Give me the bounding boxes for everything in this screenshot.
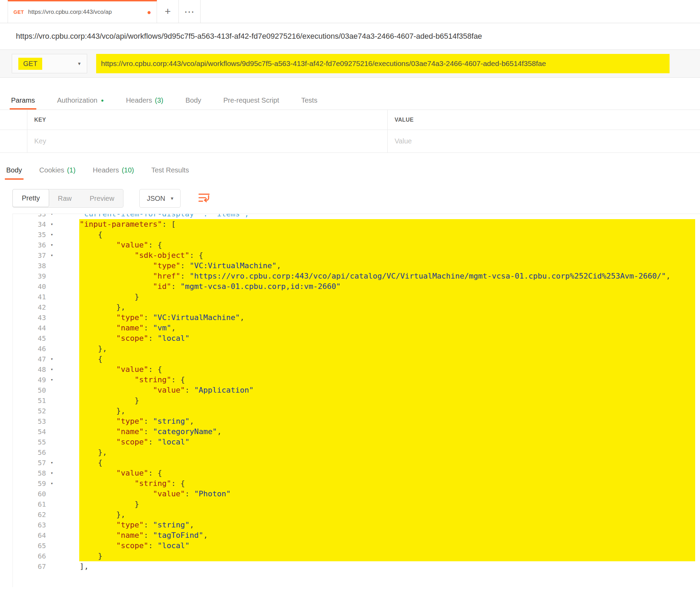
tab-method-badge: GET	[13, 9, 24, 15]
line-number: 36	[13, 240, 46, 250]
fold-spacer	[46, 292, 58, 302]
ellipsis-icon: ⋯	[184, 6, 195, 18]
line-content: "name": "vm",	[58, 323, 176, 333]
fold-spacer	[46, 323, 58, 333]
wrap-lines-icon	[198, 192, 210, 205]
line-content: "string": {	[58, 478, 185, 489]
line-number: 35	[13, 229, 46, 240]
fold-spacer	[46, 406, 58, 416]
line-number: 54	[13, 426, 46, 437]
fold-caret-icon[interactable]: ▾	[46, 214, 58, 219]
tab-options-button[interactable]: ⋯	[179, 0, 201, 23]
fold-caret-icon[interactable]: ▾	[46, 229, 58, 240]
code-line-41: 41 }	[13, 292, 700, 302]
code-line-56: 56 },	[13, 447, 700, 458]
response-body-code-viewer[interactable]: 33▾ "current-item-for-display" : "items"…	[12, 214, 700, 587]
fold-caret-icon[interactable]: ▾	[46, 354, 58, 364]
line-number: 37	[13, 250, 46, 261]
wrap-lines-button[interactable]	[198, 192, 210, 205]
line-content: "value": {	[58, 364, 162, 375]
fold-caret-icon[interactable]: ▾	[46, 219, 58, 229]
line-content: {	[58, 229, 102, 240]
fold-spacer	[46, 271, 58, 281]
code-line-59: 59▾ "string": {	[13, 478, 700, 489]
line-content: },	[58, 447, 107, 458]
line-content: {	[58, 458, 102, 468]
code-line-50: 50 "value": "Application"	[13, 385, 700, 395]
request-tab-headers[interactable]: Headers(3)	[125, 91, 165, 110]
code-line-51: 51 }	[13, 395, 700, 406]
fold-spacer	[46, 385, 58, 395]
auth-configured-dot-icon: ●	[101, 97, 104, 103]
line-number: 38	[13, 261, 46, 271]
code-line-46: 46 },	[13, 344, 700, 354]
fold-caret-icon[interactable]: ▾	[46, 458, 58, 468]
tab-label: Test Results	[151, 166, 189, 174]
response-tab-test-results[interactable]: Test Results	[150, 160, 191, 180]
fold-caret-icon[interactable]: ▾	[46, 364, 58, 375]
request-tab[interactable]: GET https://vro.cpbu.corp:443/vco/ap ●	[8, 0, 157, 23]
line-content: "id": "mgmt-vcsa-01.cpbu.corp,id:vm-2660…	[58, 281, 341, 292]
request-tab-params[interactable]: Params	[10, 91, 36, 110]
response-tab-headers[interactable]: Headers(10)	[91, 160, 135, 180]
line-number: 33	[13, 214, 46, 219]
response-view-pretty[interactable]: Pretty	[12, 189, 49, 207]
value-column-header: VALUE	[395, 117, 414, 123]
response-view-raw[interactable]: Raw	[49, 189, 81, 207]
fold-caret-icon[interactable]: ▾	[46, 468, 58, 478]
line-number: 46	[13, 344, 46, 354]
line-number: 50	[13, 385, 46, 395]
fold-spacer	[46, 520, 58, 530]
line-number: 64	[13, 530, 46, 541]
url-input[interactable]: https://vro.cpbu.corp:443/vco/api/workfl…	[96, 54, 670, 73]
request-tab-authorization[interactable]: Authorization●	[56, 91, 105, 110]
response-tab-body[interactable]: Body	[5, 160, 24, 180]
code-line-57: 57▾ {	[13, 458, 700, 468]
params-row-checkbox-cell[interactable]	[0, 130, 27, 152]
params-key-header-cell: KEY	[27, 110, 388, 130]
line-content: "sdk-object": {	[58, 250, 203, 261]
params-table: KEY VALUE Key Value	[0, 110, 700, 153]
code-line-53: 53 "type": "string",	[13, 416, 700, 426]
params-header-row: KEY VALUE	[0, 110, 700, 130]
tab-label: Pre-request Script	[223, 96, 279, 104]
response-language-select[interactable]: JSON ▾	[139, 189, 181, 208]
code-line-63: 63 "type": "string",	[13, 520, 700, 530]
line-content: "href": "https://vro.cpbu.corp:443/vco/a…	[58, 271, 671, 281]
tab-label: Authorization	[57, 96, 98, 104]
request-tab-body[interactable]: Body	[184, 91, 203, 110]
fold-caret-icon[interactable]: ▾	[46, 375, 58, 385]
line-content: "scope": "local"	[58, 437, 190, 447]
tab-label: Headers	[93, 166, 119, 174]
code-line-61: 61 }	[13, 499, 700, 509]
line-number: 49	[13, 375, 46, 385]
line-content: },	[58, 302, 125, 312]
method-select[interactable]: GET ▾	[12, 54, 87, 73]
tab-url-text: https://vro.cpbu.corp:443/vco/ap	[28, 9, 143, 16]
code-line-39: 39 "href": "https://vro.cpbu.corp:443/vc…	[13, 271, 700, 281]
code-line-34: 34▾ "input-parameters": [	[13, 219, 700, 229]
code-line-47: 47▾ {	[13, 354, 700, 364]
params-value-input-cell[interactable]: Value	[388, 130, 700, 152]
params-key-input-cell[interactable]: Key	[27, 130, 388, 152]
params-checkbox-column	[0, 110, 27, 130]
fold-spacer	[46, 541, 58, 551]
fold-caret-icon[interactable]: ▾	[46, 240, 58, 250]
line-content: "type": "VC:VirtualMachine",	[58, 312, 245, 323]
line-number: 63	[13, 520, 46, 530]
line-number: 56	[13, 447, 46, 458]
fold-caret-icon[interactable]: ▾	[46, 250, 58, 261]
tab-count: (1)	[67, 166, 75, 174]
request-tab-tests[interactable]: Tests	[300, 91, 319, 110]
response-tab-cookies[interactable]: Cookies(1)	[38, 160, 77, 180]
fold-caret-icon[interactable]: ▾	[46, 478, 58, 489]
fold-spacer	[46, 437, 58, 447]
tab-count: (10)	[122, 166, 134, 174]
response-view-preview[interactable]: Preview	[81, 189, 123, 207]
code-line-58: 58▾ "value": {	[13, 468, 700, 478]
line-content: "current-item-for-display" : "items",	[58, 214, 249, 219]
request-tab-pre-request-script[interactable]: Pre-request Script	[222, 91, 280, 110]
new-tab-button[interactable]: +	[157, 0, 179, 23]
chevron-down-icon: ▾	[171, 195, 174, 201]
code-line-33: 33▾ "current-item-for-display" : "items"…	[13, 214, 700, 219]
